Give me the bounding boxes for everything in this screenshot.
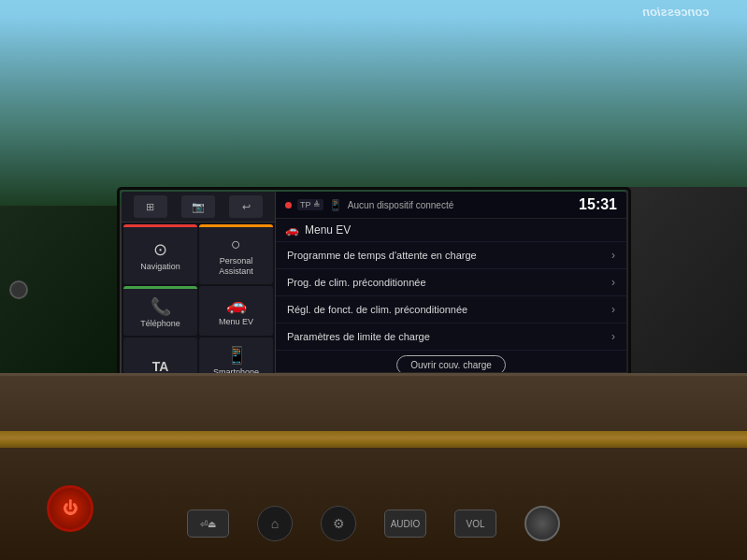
menu-item-1[interactable]: Prog. de clim. préconditionnée › xyxy=(276,269,626,296)
screen-split-icon[interactable]: ⊞ xyxy=(134,195,167,218)
sidebar-item-telephone[interactable]: 📞 Téléphone xyxy=(123,286,197,337)
bottom-controls-bar: ⏎⏏ ⌂ ⚙ AUDIO VOL xyxy=(0,506,747,541)
menu-item-label-2: Régl. de fonct. de clim. préconditionnée xyxy=(287,304,467,315)
sidebar-grid: ⊙ Navigation ○ Personal Assistant 📞 Télé… xyxy=(122,223,275,397)
camera-lens xyxy=(9,280,28,299)
device-status: Aucun dispositif connecté xyxy=(348,200,453,210)
action-button-container: Ouvrir couv. charge xyxy=(276,351,626,372)
menu-item-label-3: Paramètres de limite de charge xyxy=(287,331,430,342)
trees-bg xyxy=(0,19,747,206)
personal-assistant-label: Personal Assistant xyxy=(203,256,269,277)
navigation-label: Navigation xyxy=(140,262,180,272)
menu-title-text: Menu EV xyxy=(305,223,351,237)
main-panel: TP ≜ 📱 Aucun dispositif connecté 15:31 🚗… xyxy=(276,192,626,397)
sidebar: ⊞ 📷 ↩ ⊙ Navigation ○ Personal Assistant … xyxy=(122,192,276,397)
clock-display: 15:31 xyxy=(579,196,617,213)
open-charge-cover-button[interactable]: Ouvrir couv. charge xyxy=(396,355,506,372)
chevron-icon-0: › xyxy=(611,249,615,262)
media-icon: ⏎⏏ xyxy=(200,519,216,529)
status-dot xyxy=(285,202,292,208)
audio-label: AUDIO xyxy=(391,519,421,529)
media-control-btn[interactable]: ⏎⏏ xyxy=(187,510,229,538)
sidebar-top-icons: ⊞ 📷 ↩ xyxy=(122,192,275,223)
volume-knob[interactable] xyxy=(524,506,560,541)
settings-button[interactable]: ⚙ xyxy=(321,506,356,541)
home-icon: ⌂ xyxy=(271,516,279,531)
menu-item-label-0: Programme de temps d'attente en charge xyxy=(287,250,477,261)
menu-item-3[interactable]: Paramètres de limite de charge › xyxy=(276,323,626,351)
smartphone-icon: 📱 xyxy=(226,345,247,366)
left-pillar xyxy=(0,206,122,374)
sidebar-item-navigation[interactable]: ⊙ Navigation xyxy=(123,224,197,284)
vol-button[interactable]: VOL xyxy=(454,510,496,538)
wood-trim xyxy=(0,431,747,448)
settings-icon: ⚙ xyxy=(333,516,345,531)
phone-icon: 📞 xyxy=(151,296,171,317)
phone-status-icon: 📱 xyxy=(329,199,342,211)
home-button[interactable]: ⌂ xyxy=(257,506,293,541)
chevron-icon-2: › xyxy=(611,303,615,316)
menu-item-2[interactable]: Régl. de fonct. de clim. préconditionnée… xyxy=(276,296,626,323)
main-header: TP ≜ 📱 Aucun dispositif connecté 15:31 xyxy=(276,192,626,219)
camera-icon[interactable]: 📷 xyxy=(181,195,215,218)
ev-menu-icon: 🚗 xyxy=(285,223,299,237)
header-left: TP ≜ 📱 Aucun dispositif connecté xyxy=(285,199,453,211)
chevron-icon-1: › xyxy=(611,276,615,289)
menu-list: Programme de temps d'attente en charge ›… xyxy=(276,242,626,372)
infotainment-screen: ⊞ 📷 ↩ ⊙ Navigation ○ Personal Assistant … xyxy=(122,192,626,397)
tp-indicator: TP ≜ xyxy=(297,199,323,210)
chevron-icon-3: › xyxy=(611,330,615,343)
assistant-icon: ○ xyxy=(231,235,241,254)
telephone-label: Téléphone xyxy=(140,319,180,329)
ev-icon: 🚗 xyxy=(226,294,247,315)
menu-item-0[interactable]: Programme de temps d'attente en charge › xyxy=(276,242,626,269)
menu-ev-label: Menu EV xyxy=(219,317,253,327)
audio-button[interactable]: AUDIO xyxy=(384,510,426,538)
navigation-icon: ⊙ xyxy=(153,239,167,260)
vol-label: VOL xyxy=(466,519,484,529)
back-icon[interactable]: ↩ xyxy=(229,195,263,218)
sidebar-item-personal-assistant[interactable]: ○ Personal Assistant xyxy=(199,224,273,284)
right-panel xyxy=(625,187,747,374)
menu-item-label-1: Prog. de clim. préconditionnée xyxy=(287,277,426,288)
menu-title-bar: 🚗 Menu EV xyxy=(276,219,626,242)
concession-logo: concession xyxy=(642,5,710,19)
sidebar-item-menu-ev[interactable]: 🚗 Menu EV xyxy=(199,286,273,337)
